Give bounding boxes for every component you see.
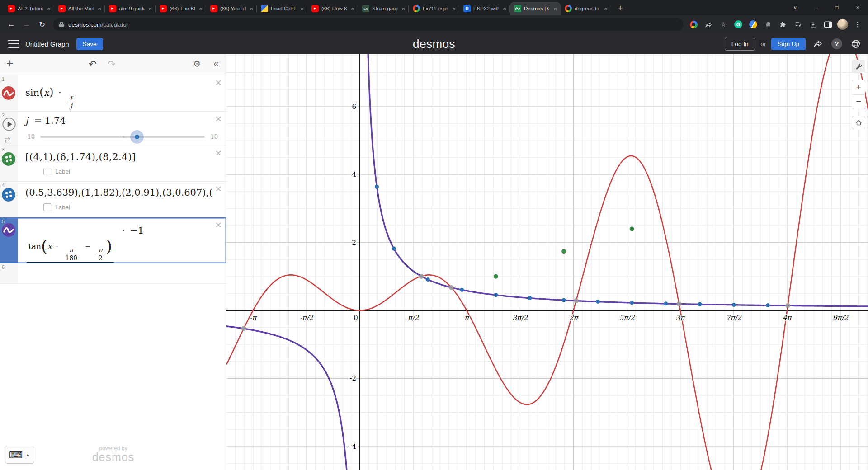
tab-close-icon[interactable]: × — [299, 5, 305, 12]
delete-expression-icon[interactable]: × — [215, 220, 222, 230]
sine-curve-icon-purple[interactable] — [2, 223, 15, 237]
points-icon-blue[interactable] — [2, 188, 15, 202]
add-expression-button[interactable]: + — [6, 56, 14, 70]
expression-gutter[interactable]: 1 — [0, 75, 18, 111]
expression-math[interactable]: sin(x) · xj — [25, 85, 76, 110]
slider-min-label[interactable]: -10 — [25, 133, 35, 140]
slider-handle[interactable] — [130, 130, 144, 144]
tab-close-icon[interactable]: × — [502, 5, 507, 12]
points-icon-green[interactable] — [2, 152, 15, 166]
play-slider-icon[interactable] — [1, 117, 17, 133]
slider-value[interactable]: 1.74 — [45, 115, 66, 126]
expression-math[interactable]: [(4,1),(6,1.74),(8,2.4)] — [25, 151, 136, 162]
ghost-extension-icon[interactable] — [762, 19, 774, 30]
collapse-panel-button[interactable]: « — [213, 58, 219, 69]
browser-tab[interactable]: ▶(66) How STR× — [307, 2, 358, 15]
expression-gutter[interactable]: 5 — [0, 218, 18, 263]
slider-track[interactable] — [40, 136, 205, 138]
tab-close-icon[interactable]: × — [249, 5, 254, 12]
browser-tab[interactable]: ▶AE2 Tutorial× — [4, 2, 54, 15]
zoom-in-button[interactable]: + — [852, 80, 865, 95]
bookmark-star-icon[interactable]: ☆ — [717, 19, 729, 30]
expression-row-2[interactable]: 2 ⇄ × j =1.74 -10 — [0, 112, 226, 146]
label-checkbox[interactable] — [43, 168, 51, 175]
edit-list-gear-icon[interactable]: ⚙ — [193, 59, 201, 69]
expression-gutter[interactable]: 4 — [0, 182, 18, 217]
browser-tab[interactable]: ENStrain gauge× — [358, 2, 409, 15]
delete-expression-icon[interactable]: × — [215, 77, 222, 88]
expression-gutter[interactable]: 6 — [0, 263, 18, 283]
browser-tab[interactable]: ▶(66) YouTube× — [206, 2, 257, 15]
language-globe-icon[interactable] — [849, 37, 863, 51]
label-checkbox[interactable] — [43, 203, 51, 211]
google-logo-icon[interactable] — [688, 19, 699, 30]
expression-row-6-empty[interactable]: 6 — [0, 263, 226, 284]
browser-tab[interactable]: RESP32 with L× — [459, 2, 510, 15]
browser-tab[interactable]: degrees to r× — [561, 2, 611, 15]
redo-button[interactable]: ↷ — [108, 59, 116, 70]
save-button[interactable]: Save — [76, 38, 103, 50]
share-icon[interactable] — [703, 19, 714, 30]
forward-button[interactable]: → — [20, 18, 33, 31]
graph-title[interactable]: Untitled Graph — [25, 40, 69, 48]
expression-row-3[interactable]: 3 × [(4,1),(6,1.74),(8,2.4)] Label — [0, 146, 226, 182]
graph-paper[interactable]: -π-π/20π/2π3π/22π5π/23π7π/24π9π/2642-2-4… — [226, 54, 868, 470]
maximize-button[interactable]: □ — [826, 5, 847, 11]
tab-close-icon[interactable]: × — [451, 5, 457, 12]
back-button[interactable]: ← — [5, 18, 18, 31]
minimize-button[interactable]: – — [806, 5, 826, 11]
side-panel-icon[interactable] — [822, 19, 834, 30]
export-share-icon[interactable] — [811, 37, 825, 51]
menu-kebab-icon[interactable]: ⋮ — [852, 19, 863, 30]
browser-window: ▶AE2 Tutorial×▶All the Mods×▶atm 9 guide… — [0, 0, 868, 470]
profile-avatar[interactable] — [837, 19, 849, 30]
zoom-out-button[interactable]: − — [852, 95, 865, 109]
delete-expression-icon[interactable]: × — [215, 148, 222, 159]
reading-list-icon[interactable] — [792, 19, 804, 30]
expression-row-1[interactable]: 1 × sin(x) · xj — [0, 75, 226, 112]
new-tab-button[interactable]: + — [614, 2, 627, 14]
tab-close-icon[interactable]: × — [147, 5, 153, 12]
keyboard-toggle-button[interactable]: ⌨ ▲ — [5, 446, 34, 464]
reload-button[interactable]: ↻ — [35, 18, 49, 31]
expression-row-4[interactable]: 4 × (0.5,3.639),(1,1.82),(2,0.91),(3,0.6… — [0, 182, 226, 217]
browser-tab[interactable]: hx711 esp32× — [409, 2, 459, 15]
expression-row-5-selected[interactable]: 5 × tan(x · π180 − — [0, 217, 226, 263]
slider-max-label[interactable]: 10 — [210, 133, 218, 140]
main-menu-icon[interactable] — [8, 40, 19, 48]
browser-tab[interactable]: ▶(66) The BEST× — [156, 2, 206, 15]
browser-tab[interactable]: Load Cell HX7× — [257, 2, 307, 15]
svg-text:-π: -π — [250, 314, 257, 322]
expression-math[interactable]: (0.5,3.639),(1,1.82),(2,0.91),(3,0.607),… — [25, 187, 212, 198]
tab-close-icon[interactable]: × — [97, 5, 102, 12]
close-button[interactable]: × — [847, 5, 868, 11]
undo-button[interactable]: ↶ — [89, 59, 97, 70]
browser-tab[interactable]: Desmos | Gra× — [510, 2, 561, 15]
tab-close-icon[interactable]: × — [603, 5, 609, 12]
tab-close-icon[interactable]: × — [350, 5, 355, 12]
delete-expression-icon[interactable]: × — [215, 183, 222, 194]
colored-extension-icon[interactable] — [747, 19, 759, 30]
sine-curve-icon-red[interactable] — [2, 86, 15, 100]
extensions-puzzle-icon[interactable] — [777, 19, 789, 30]
expression-gutter[interactable]: 2 ⇄ — [0, 112, 18, 146]
expression-gutter[interactable]: 3 — [0, 146, 18, 181]
signup-button[interactable]: Sign Up — [771, 38, 806, 50]
download-icon[interactable] — [807, 19, 819, 30]
tab-close-icon[interactable]: × — [401, 5, 406, 12]
graph-plot[interactable]: -π-π/20π/2π3π/22π5π/23π7π/24π9π/2642-2-4 — [226, 54, 868, 470]
browser-tab[interactable]: ▶All the Mods× — [54, 2, 105, 15]
delete-expression-icon[interactable]: × — [215, 113, 222, 124]
login-button[interactable]: Log In — [725, 38, 755, 51]
default-view-home-button[interactable] — [852, 116, 865, 129]
browser-tab[interactable]: ▶atm 9 guide× — [105, 2, 156, 15]
tab-close-icon[interactable]: × — [552, 5, 558, 12]
tab-close-icon[interactable]: × — [46, 5, 52, 12]
tab-close-icon[interactable]: × — [198, 5, 203, 12]
graph-settings-wrench-button[interactable] — [852, 60, 865, 73]
tab-search-icon[interactable]: ∨ — [785, 5, 806, 11]
loop-direction-icon[interactable]: ⇄ — [4, 135, 10, 145]
grammarly-extension-icon[interactable]: G — [732, 19, 744, 30]
help-icon[interactable]: ? — [830, 37, 844, 51]
address-bar[interactable]: desmos.com/calculator — [53, 18, 683, 31]
